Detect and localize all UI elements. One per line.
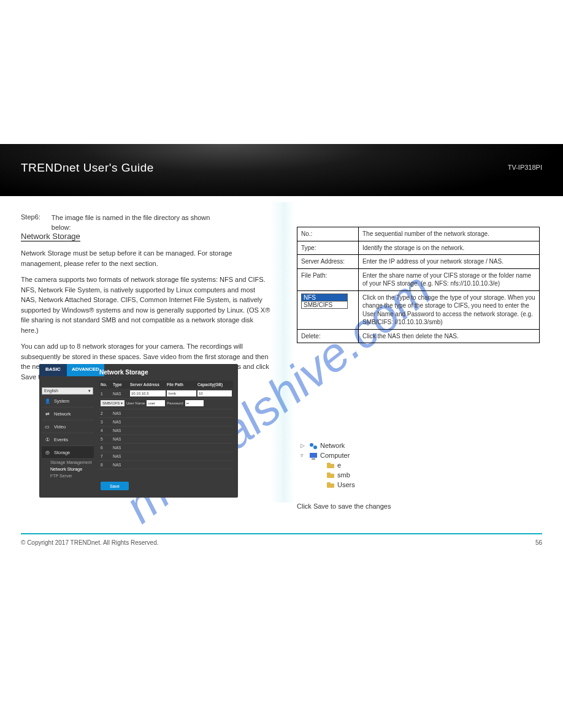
alert-icon: ①	[44, 436, 50, 442]
screenshot-content: Network Storage No. Type Server Address …	[99, 369, 233, 469]
explorer-tree: ▷ Network ▿ Computer esmbUsers	[301, 441, 399, 490]
sidebar-sub-ftp-server[interactable]: FTP Server	[42, 472, 94, 479]
banner-product: TV-IP318PI	[508, 164, 542, 171]
sidebar-item-label: Storage	[54, 450, 70, 455]
table-row[interactable]: 8NAS	[99, 461, 233, 469]
type-selector-illustration: NFSSMB/CIFS	[301, 294, 348, 309]
svg-point-0	[310, 443, 313, 447]
table-row[interactable]: 7NAS	[99, 452, 233, 461]
network-icon	[309, 442, 318, 450]
tree-arrow-icon: ▿	[301, 452, 307, 460]
password-input[interactable]: ••	[185, 400, 204, 406]
spec-row: Delete:Click the NAS then delete the NAS…	[297, 329, 540, 343]
cell-no: 7	[101, 454, 112, 458]
tree-network[interactable]: ▷ Network	[301, 441, 399, 451]
sidebar-item-label: Events	[54, 437, 68, 442]
tree-computer[interactable]: ▿ Computer	[301, 451, 399, 461]
footer-copyright: © Copyright 2017 TRENDnet. All Rights Re…	[21, 539, 159, 546]
table-row[interactable]: 2NAS	[99, 409, 233, 418]
cell-type: NAS	[113, 392, 129, 396]
tree-drive-item[interactable]: e	[301, 461, 399, 471]
spec-row: File Path:Enter the share name of your C…	[297, 268, 540, 290]
spec-row: Type:Identify the storage is on the netw…	[297, 241, 540, 255]
cell-type: NAS	[113, 437, 129, 441]
tree-drive-item[interactable]: Users	[301, 480, 399, 490]
column-shade	[270, 202, 294, 502]
sidebar-item-label: Video	[54, 424, 66, 430]
table-row[interactable]: 3NAS	[99, 418, 233, 427]
sidebar-item-label: Network	[54, 411, 71, 417]
svg-rect-8	[327, 483, 334, 488]
footer-page: 56	[535, 539, 542, 546]
username-input[interactable]: user	[147, 400, 165, 406]
screenshot-heading: Network Storage	[99, 369, 233, 376]
spec-value: The sequential number of the network sto…	[359, 227, 540, 241]
left-p1: Network Storage must be setup before it …	[21, 248, 272, 268]
cell-no: 1	[101, 392, 112, 396]
cell-type: NAS	[113, 428, 129, 433]
step-label: Step6:	[21, 213, 40, 221]
person-icon: 👤	[44, 398, 50, 404]
video-icon: ▭	[44, 423, 50, 430]
cell-type: NAS	[113, 411, 129, 415]
sidebar-item-storage[interactable]: ◎ Storage	[42, 446, 94, 459]
cell-no: 8	[101, 463, 112, 467]
screenshot-network-storage: BASIC ADVANCED English ▾ 👤 System ⇄ Netw…	[39, 364, 238, 498]
type-select[interactable]: SMB/CIFS ▾	[101, 400, 124, 406]
step-row: Step6: The image file is named in the fi…	[21, 213, 542, 223]
spec-value: Click on the Type to change the type of …	[359, 290, 540, 329]
cell-no: 5	[101, 437, 112, 441]
spec-row: NFSSMB/CIFSClick on the Type to change t…	[297, 290, 540, 329]
spec-value: Identify the storage is on the network.	[359, 241, 540, 255]
table-row[interactable]: 1 NAS 10.10.10.3 /smb 10	[99, 389, 233, 399]
sidebar-sub-network-storage[interactable]: Network Storage	[42, 466, 94, 472]
spec-table: No.:The sequential number of the network…	[297, 227, 540, 343]
language-value: English	[44, 389, 58, 393]
left-p2: The camera supports two formats of netwo…	[21, 275, 272, 335]
language-select[interactable]: English ▾	[42, 387, 93, 395]
sidebar-item-network[interactable]: ⇄ Network	[42, 408, 94, 420]
spec-key: Delete:	[297, 329, 359, 343]
sidebar-sub-storage-management[interactable]: Storage Management	[42, 459, 94, 466]
username-label: User Name	[126, 401, 145, 405]
cell-no: 3	[101, 420, 112, 424]
svg-rect-6	[327, 474, 334, 478]
capacity-input[interactable]: 10	[197, 390, 232, 396]
svg-rect-3	[312, 458, 315, 460]
network-icon: ⇄	[44, 411, 50, 417]
sidebar-item-events[interactable]: ① Events	[42, 433, 94, 446]
file-path-input[interactable]: /smb	[167, 390, 196, 396]
type-nfs: NFS	[302, 294, 347, 301]
tab-basic[interactable]: BASIC	[39, 364, 67, 376]
footer-rule	[21, 533, 542, 534]
section-heading: Network Storage	[21, 232, 80, 241]
spec-key: Type:	[297, 241, 359, 255]
spec-row: No.:The sequential number of the network…	[297, 227, 540, 241]
spec-key: No.:	[297, 227, 359, 241]
save-button[interactable]: Save	[101, 482, 129, 490]
th-type: Type	[113, 382, 129, 387]
storage-icon: ◎	[44, 449, 50, 455]
table-row[interactable]: 6NAS	[99, 444, 233, 452]
spec-value: Click the NAS then delete the NAS.	[359, 329, 540, 343]
password-label: Password	[167, 401, 183, 405]
sidebar-item-system[interactable]: 👤 System	[42, 395, 94, 408]
cell-type: NAS	[113, 420, 129, 424]
svg-rect-2	[310, 453, 317, 458]
th-cap: Capacity(GB)	[197, 382, 232, 387]
sidebar-item-label: System	[54, 398, 69, 404]
server-address-input[interactable]: 10.10.10.3	[130, 390, 166, 396]
tree-drive-item[interactable]: smb	[301, 471, 399, 480]
svg-rect-4	[327, 464, 334, 468]
right-column: No.:The sequential number of the network…	[297, 227, 540, 343]
table-header: No. Type Server Address File Path Capaci…	[99, 381, 233, 389]
tree-label: Network	[320, 441, 345, 451]
sidebar-item-video[interactable]: ▭ Video	[42, 420, 94, 433]
th-no: No.	[101, 382, 112, 387]
table-row[interactable]: 4NAS	[99, 427, 233, 435]
table-row[interactable]: 5NAS	[99, 435, 233, 444]
tab-advanced[interactable]: ADVANCED	[67, 364, 104, 376]
th-path: File Path	[167, 382, 196, 387]
tree-arrow-icon: ▷	[301, 442, 307, 450]
table-row-credentials: SMB/CIFS ▾ User Name user Password ••	[99, 399, 233, 409]
